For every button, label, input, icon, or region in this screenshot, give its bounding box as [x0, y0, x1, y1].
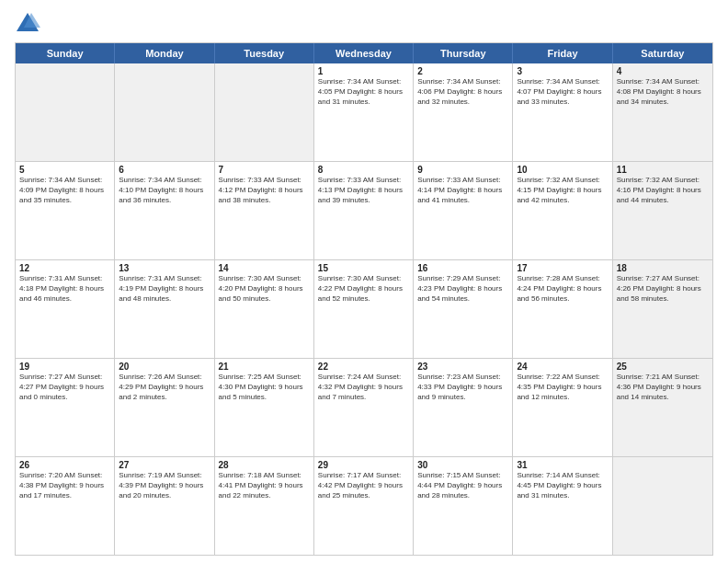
calendar-cell: 3Sunrise: 7:34 AM Sunset: 4:07 PM Daylig… [513, 63, 612, 161]
cell-info: Sunrise: 7:33 AM Sunset: 4:12 PM Dayligh… [219, 176, 310, 205]
cell-info: Sunrise: 7:34 AM Sunset: 4:09 PM Dayligh… [19, 176, 110, 205]
cell-info: Sunrise: 7:34 AM Sunset: 4:08 PM Dayligh… [617, 77, 709, 107]
day-number: 14 [219, 263, 310, 273]
header [15, 11, 713, 37]
day-number: 1 [318, 66, 409, 76]
day-number: 16 [417, 263, 508, 273]
calendar-cell: 19Sunrise: 7:27 AM Sunset: 4:27 PM Dayli… [16, 359, 115, 456]
calendar-cell: 29Sunrise: 7:17 AM Sunset: 4:42 PM Dayli… [314, 457, 414, 555]
calendar-cell: 27Sunrise: 7:19 AM Sunset: 4:39 PM Dayli… [115, 457, 214, 555]
day-number: 13 [119, 263, 210, 273]
day-number: 5 [19, 165, 110, 175]
calendar-cell: 26Sunrise: 7:20 AM Sunset: 4:38 PM Dayli… [16, 457, 115, 555]
cell-info: Sunrise: 7:32 AM Sunset: 4:15 PM Dayligh… [517, 176, 608, 205]
day-number: 11 [617, 165, 709, 175]
cell-info: Sunrise: 7:31 AM Sunset: 4:19 PM Dayligh… [119, 274, 210, 304]
day-number: 3 [517, 66, 608, 76]
day-number: 27 [119, 460, 210, 470]
calendar-body: 1Sunrise: 7:34 AM Sunset: 4:05 PM Daylig… [16, 63, 712, 555]
cell-info: Sunrise: 7:32 AM Sunset: 4:16 PM Dayligh… [617, 176, 709, 205]
calendar-cell [613, 457, 712, 555]
day-number: 2 [417, 66, 508, 76]
day-number: 10 [517, 165, 608, 175]
cell-info: Sunrise: 7:21 AM Sunset: 4:36 PM Dayligh… [617, 373, 709, 402]
calendar-cell: 23Sunrise: 7:23 AM Sunset: 4:33 PM Dayli… [414, 359, 513, 456]
calendar-cell: 31Sunrise: 7:14 AM Sunset: 4:45 PM Dayli… [513, 457, 612, 555]
cell-info: Sunrise: 7:27 AM Sunset: 4:26 PM Dayligh… [617, 274, 709, 304]
day-number: 30 [417, 460, 508, 470]
day-number: 28 [219, 460, 310, 470]
cell-info: Sunrise: 7:29 AM Sunset: 4:23 PM Dayligh… [417, 274, 508, 304]
calendar-cell: 6Sunrise: 7:34 AM Sunset: 4:10 PM Daylig… [115, 162, 214, 259]
cell-info: Sunrise: 7:33 AM Sunset: 4:14 PM Dayligh… [417, 176, 508, 205]
header-day: Sunday [16, 43, 115, 63]
cell-info: Sunrise: 7:19 AM Sunset: 4:39 PM Dayligh… [119, 471, 210, 500]
calendar-cell: 30Sunrise: 7:15 AM Sunset: 4:44 PM Dayli… [414, 457, 513, 555]
day-number: 31 [517, 460, 608, 470]
header-day: Wednesday [314, 43, 414, 63]
calendar-cell: 1Sunrise: 7:34 AM Sunset: 4:05 PM Daylig… [314, 63, 414, 161]
calendar-cell: 16Sunrise: 7:29 AM Sunset: 4:23 PM Dayli… [414, 260, 513, 358]
calendar-row: 5Sunrise: 7:34 AM Sunset: 4:09 PM Daylig… [16, 161, 712, 259]
day-number: 21 [219, 362, 310, 372]
calendar-cell: 22Sunrise: 7:24 AM Sunset: 4:32 PM Dayli… [314, 359, 414, 456]
day-number: 25 [617, 362, 709, 372]
calendar-cell [16, 63, 115, 161]
day-number: 19 [19, 362, 110, 372]
day-number: 22 [318, 362, 409, 372]
day-number: 7 [219, 165, 310, 175]
cell-info: Sunrise: 7:28 AM Sunset: 4:24 PM Dayligh… [517, 274, 608, 304]
cell-info: Sunrise: 7:34 AM Sunset: 4:05 PM Dayligh… [318, 77, 409, 107]
calendar-cell: 17Sunrise: 7:28 AM Sunset: 4:24 PM Dayli… [513, 260, 612, 358]
day-number: 24 [517, 362, 608, 372]
calendar-cell: 8Sunrise: 7:33 AM Sunset: 4:13 PM Daylig… [314, 162, 414, 259]
calendar-cell: 10Sunrise: 7:32 AM Sunset: 4:15 PM Dayli… [513, 162, 612, 259]
day-number: 12 [19, 263, 110, 273]
cell-info: Sunrise: 7:27 AM Sunset: 4:27 PM Dayligh… [19, 373, 110, 402]
calendar-cell: 20Sunrise: 7:26 AM Sunset: 4:29 PM Dayli… [115, 359, 214, 456]
day-number: 26 [19, 460, 110, 470]
header-day: Saturday [613, 43, 712, 63]
day-number: 15 [318, 263, 409, 273]
cell-info: Sunrise: 7:14 AM Sunset: 4:45 PM Dayligh… [517, 471, 608, 500]
cell-info: Sunrise: 7:20 AM Sunset: 4:38 PM Dayligh… [19, 471, 110, 500]
calendar-cell: 25Sunrise: 7:21 AM Sunset: 4:36 PM Dayli… [613, 359, 712, 456]
calendar-cell: 9Sunrise: 7:33 AM Sunset: 4:14 PM Daylig… [414, 162, 513, 259]
calendar-cell [115, 63, 214, 161]
calendar-row: 1Sunrise: 7:34 AM Sunset: 4:05 PM Daylig… [16, 63, 712, 161]
cell-info: Sunrise: 7:26 AM Sunset: 4:29 PM Dayligh… [119, 373, 210, 402]
calendar-cell: 7Sunrise: 7:33 AM Sunset: 4:12 PM Daylig… [215, 162, 314, 259]
cell-info: Sunrise: 7:33 AM Sunset: 4:13 PM Dayligh… [318, 176, 409, 205]
calendar-header: SundayMondayTuesdayWednesdayThursdayFrid… [16, 43, 712, 63]
day-number: 9 [417, 165, 508, 175]
header-day: Friday [513, 43, 612, 63]
cell-info: Sunrise: 7:31 AM Sunset: 4:18 PM Dayligh… [19, 274, 110, 304]
calendar-cell: 24Sunrise: 7:22 AM Sunset: 4:35 PM Dayli… [513, 359, 612, 456]
page: SundayMondayTuesdayWednesdayThursdayFrid… [0, 0, 728, 563]
cell-info: Sunrise: 7:34 AM Sunset: 4:10 PM Dayligh… [119, 176, 210, 205]
calendar-cell: 14Sunrise: 7:30 AM Sunset: 4:20 PM Dayli… [215, 260, 314, 358]
cell-info: Sunrise: 7:25 AM Sunset: 4:30 PM Dayligh… [219, 373, 310, 402]
header-day: Monday [115, 43, 214, 63]
day-number: 20 [119, 362, 210, 372]
day-number: 4 [617, 66, 709, 76]
day-number: 23 [417, 362, 508, 372]
calendar: SundayMondayTuesdayWednesdayThursdayFrid… [15, 42, 713, 556]
calendar-cell: 5Sunrise: 7:34 AM Sunset: 4:09 PM Daylig… [16, 162, 115, 259]
calendar-cell: 4Sunrise: 7:34 AM Sunset: 4:08 PM Daylig… [613, 63, 712, 161]
calendar-cell: 11Sunrise: 7:32 AM Sunset: 4:16 PM Dayli… [613, 162, 712, 259]
calendar-cell: 12Sunrise: 7:31 AM Sunset: 4:18 PM Dayli… [16, 260, 115, 358]
day-number: 6 [119, 165, 210, 175]
cell-info: Sunrise: 7:22 AM Sunset: 4:35 PM Dayligh… [517, 373, 608, 402]
calendar-cell: 21Sunrise: 7:25 AM Sunset: 4:30 PM Dayli… [215, 359, 314, 456]
cell-info: Sunrise: 7:23 AM Sunset: 4:33 PM Dayligh… [417, 373, 508, 402]
logo [15, 11, 44, 37]
day-number: 29 [318, 460, 409, 470]
cell-info: Sunrise: 7:30 AM Sunset: 4:22 PM Dayligh… [318, 274, 409, 304]
cell-info: Sunrise: 7:15 AM Sunset: 4:44 PM Dayligh… [417, 471, 508, 500]
logo-icon [15, 11, 40, 37]
calendar-row: 12Sunrise: 7:31 AM Sunset: 4:18 PM Dayli… [16, 259, 712, 358]
cell-info: Sunrise: 7:18 AM Sunset: 4:41 PM Dayligh… [219, 471, 310, 500]
cell-info: Sunrise: 7:34 AM Sunset: 4:06 PM Dayligh… [417, 77, 508, 107]
calendar-row: 19Sunrise: 7:27 AM Sunset: 4:27 PM Dayli… [16, 358, 712, 456]
